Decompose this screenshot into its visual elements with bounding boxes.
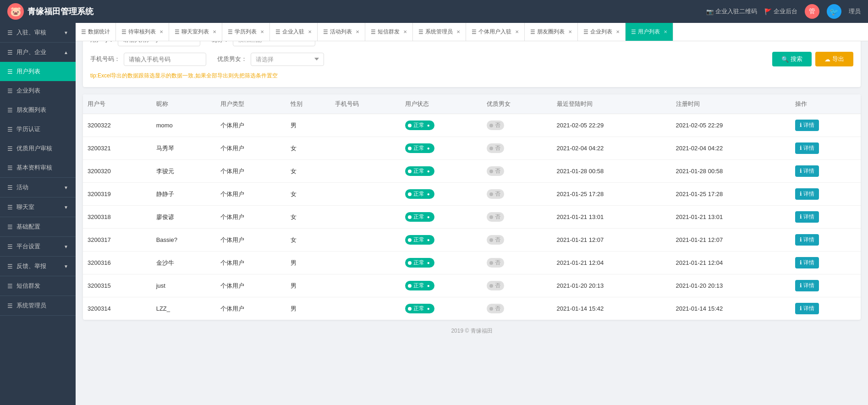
detail-button[interactable]: ℹ 详情 (795, 280, 819, 291)
status-badge[interactable]: 正常 ● (405, 120, 434, 130)
detail-button[interactable]: ℹ 详情 (795, 120, 819, 131)
footer-text: 2019 © 青缘福田 (451, 328, 492, 334)
tab-pending-review[interactable]: ☰ 待审核列表 ✕ (116, 23, 169, 41)
sidebar-label-sms: 短信群发 (16, 282, 40, 290)
qr-icon: 📷 (706, 8, 714, 15)
tab-icon: ☰ (583, 29, 588, 35)
sidebar-item-platform[interactable]: ☰ 平台设置 ▼ (0, 237, 76, 256)
cell-quality[interactable]: 否 (482, 183, 552, 206)
tab-user-list[interactable]: ☰ 用户列表 ✕ (626, 23, 673, 41)
qr-code-btn[interactable]: 📷 企业入驻二维码 (706, 7, 757, 16)
tab-label: 数据统计 (88, 28, 110, 36)
toggle-on-icon: ● (427, 260, 430, 265)
tab-close-icon[interactable]: ✕ (260, 29, 264, 34)
sidebar-item-activities[interactable]: ☰ 活动 ▼ (0, 178, 76, 197)
tab-close-icon[interactable]: ✕ (456, 29, 460, 34)
tab-close-icon[interactable]: ✕ (515, 29, 519, 34)
status-badge[interactable]: 正常 ● (405, 143, 434, 153)
detail-button[interactable]: ℹ 详情 (795, 257, 819, 268)
tab-close-icon[interactable]: ✕ (664, 29, 667, 34)
status-dot (408, 147, 412, 150)
cell-status[interactable]: 正常 ● (401, 297, 482, 320)
quality-toggle[interactable]: 否 (487, 235, 504, 245)
sidebar-item-user-list[interactable]: ☰ 用户列表 (0, 62, 76, 81)
tab-close-icon[interactable]: ✕ (403, 29, 407, 34)
sidebar-item-company-list[interactable]: ☰ 企业列表 (0, 81, 76, 100)
sidebar-item-moments[interactable]: ☰ 朋友圈列表 (0, 100, 76, 120)
sidebar-item-feedback[interactable]: ☰ 反馈、举报 ▼ (0, 257, 76, 276)
quality-toggle[interactable]: 否 (487, 258, 504, 268)
cell-quality[interactable]: 否 (482, 137, 552, 160)
cell-quality[interactable]: 否 (482, 252, 552, 274)
tab-data-stats[interactable]: ☰ 数据统计 (76, 23, 116, 41)
status-badge[interactable]: 正常 ● (405, 258, 434, 268)
status-badge[interactable]: 正常 ● (405, 304, 434, 313)
cell-status[interactable]: 正常 ● (401, 206, 482, 229)
cell-status[interactable]: 正常 ● (401, 160, 482, 183)
cell-status[interactable]: 正常 ● (401, 252, 482, 274)
tab-education-list[interactable]: ☰ 学历列表 ✕ (222, 23, 270, 41)
sidebar-item-quality-review[interactable]: ☰ 优质用户审核 (0, 139, 76, 158)
avatar[interactable]: 管 (805, 4, 819, 19)
tab-close-icon[interactable]: ✕ (356, 29, 359, 34)
detail-button[interactable]: ℹ 详情 (795, 165, 819, 177)
cell-quality[interactable]: 否 (482, 274, 552, 297)
quality-toggle[interactable]: 否 (487, 304, 504, 313)
sidebar-item-registration[interactable]: ☰ 入驻、审核 ▼ (0, 23, 76, 42)
quality-select[interactable]: 请选择 是 否 (251, 53, 324, 66)
tab-close-icon[interactable]: ✕ (616, 29, 620, 34)
cell-id: 3200320 (83, 160, 152, 183)
tab-chatroom-list[interactable]: ☰ 聊天室列表 ✕ (169, 23, 222, 41)
cell-quality[interactable]: 否 (482, 229, 552, 252)
backend-btn[interactable]: 🚩 企业后台 (764, 7, 797, 16)
sidebar-item-admin[interactable]: ☰ 系统管理员 (0, 296, 76, 315)
cell-status[interactable]: 正常 ● (401, 274, 482, 297)
sidebar-item-profile-review[interactable]: ☰ 基本资料审核 (0, 158, 76, 177)
detail-button[interactable]: ℹ 详情 (795, 211, 819, 223)
cell-quality[interactable]: 否 (482, 206, 552, 229)
quality-toggle[interactable]: 否 (487, 166, 504, 176)
detail-button[interactable]: ℹ 详情 (795, 142, 819, 154)
search-button[interactable]: 🔍 搜索 (772, 52, 812, 66)
phone-input[interactable] (124, 53, 206, 66)
tab-company-settle[interactable]: ☰ 企业入驻 ✕ (270, 23, 318, 41)
tab-enterprise-list[interactable]: ☰ 企业列表 ✕ (578, 23, 626, 41)
tab-moments[interactable]: ☰ 朋友圈列表 ✕ (525, 23, 578, 41)
status-badge[interactable]: 正常 ● (405, 166, 434, 176)
status-badge[interactable]: 正常 ● (405, 235, 434, 245)
tab-activity-list[interactable]: ☰ 活动列表 ✕ (318, 23, 365, 41)
cell-status[interactable]: 正常 ● (401, 137, 482, 160)
tab-label: 学历列表 (235, 28, 257, 36)
sidebar-item-sms[interactable]: ☰ 短信群发 (0, 276, 76, 296)
tab-individual-settle[interactable]: ☰ 个体用户入驻 ✕ (466, 23, 525, 41)
tab-close-icon[interactable]: ✕ (568, 29, 572, 34)
cell-status[interactable]: 正常 ● (401, 229, 482, 252)
tab-close-icon[interactable]: ✕ (213, 29, 216, 34)
tab-close-icon[interactable]: ✕ (308, 29, 312, 34)
cell-quality[interactable]: 否 (482, 297, 552, 320)
status-badge[interactable]: 正常 ● (405, 189, 434, 199)
detail-button[interactable]: ℹ 详情 (795, 188, 819, 200)
quality-toggle[interactable]: 否 (487, 143, 504, 153)
status-badge[interactable]: 正常 ● (405, 212, 434, 222)
quality-toggle[interactable]: 否 (487, 120, 504, 130)
export-button[interactable]: ☁ 导出 (815, 52, 853, 66)
sidebar-item-education[interactable]: ☰ 学历认证 (0, 120, 76, 139)
quality-toggle[interactable]: 否 (487, 189, 504, 199)
tab-close-icon[interactable]: ✕ (159, 29, 163, 34)
tab-system-admin[interactable]: ☰ 系统管理员 ✕ (413, 23, 466, 41)
cell-quality[interactable]: 否 (482, 160, 552, 183)
sidebar-item-basic-config[interactable]: ☰ 基础配置 (0, 217, 76, 236)
detail-button[interactable]: ℹ 详情 (795, 303, 819, 314)
detail-button[interactable]: ℹ 详情 (795, 234, 819, 246)
cell-last-login: 2021-02-05 22:29 (552, 114, 671, 137)
sidebar-item-users-section[interactable]: ☰ 用户、企业 ▲ (0, 43, 76, 62)
sidebar-item-chatroom[interactable]: ☰ 聊天室 ▼ (0, 197, 76, 217)
tab-sms[interactable]: ☰ 短信群发 ✕ (365, 23, 413, 41)
quality-toggle[interactable]: 否 (487, 281, 504, 290)
status-badge[interactable]: 正常 ● (405, 281, 434, 290)
quality-toggle[interactable]: 否 (487, 212, 504, 222)
cell-status[interactable]: 正常 ● (401, 183, 482, 206)
cell-quality[interactable]: 否 (482, 114, 552, 137)
cell-status[interactable]: 正常 ● (401, 114, 482, 137)
